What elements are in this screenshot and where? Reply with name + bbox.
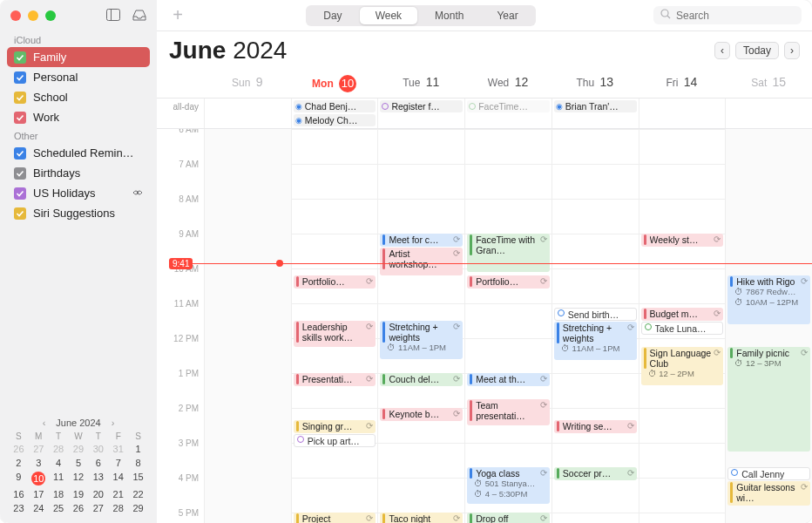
week-grid[interactable]: 6 AM7 AM8 AM9 AM10 AM11 AM12 PM1 PM2 PM3… — [157, 129, 812, 523]
day-header[interactable]: Tue 11 — [377, 71, 464, 98]
calendar-checkbox[interactable] — [14, 112, 26, 124]
view-day[interactable]: Day — [308, 7, 357, 24]
mini-day[interactable]: 16 — [9, 488, 29, 500]
allday-cell[interactable]: FaceTime… — [464, 98, 551, 128]
sidebar-toggle-icon[interactable] — [106, 9, 120, 24]
event[interactable]: Soccer pr…⟳ — [554, 467, 637, 480]
mini-day[interactable]: 8 — [128, 457, 148, 469]
event[interactable]: Team presentati…⟳ — [467, 399, 550, 425]
mini-day[interactable]: 20 — [88, 488, 108, 500]
search-input[interactable] — [676, 10, 807, 22]
mini-day[interactable]: 24 — [29, 502, 49, 514]
event[interactable]: Stretching + weights⟳⏱ 11AM – 1PM — [380, 321, 463, 359]
day-column[interactable]: Hike with Rigo⟳⏱ 7867 Redw…⏱ 10AM – 12PM… — [725, 129, 812, 523]
mini-day[interactable]: 15 — [128, 471, 148, 486]
event[interactable]: Yoga class⟳⏱ 501 Stanya…⏱ 4 – 5:30PM — [467, 467, 550, 504]
day-column[interactable]: Portfolio…⟳Leadership skills work…⟳Prese… — [291, 129, 378, 523]
calendar-checkbox[interactable] — [14, 51, 26, 64]
allday-cell[interactable]: Register f… — [377, 98, 464, 128]
next-week-button[interactable]: › — [784, 42, 800, 59]
calendar-checkbox[interactable] — [14, 147, 26, 160]
mini-day[interactable]: 1 — [128, 443, 148, 455]
event[interactable]: Send birth… — [554, 308, 637, 321]
mini-day[interactable]: 14 — [108, 471, 128, 486]
calendar-item[interactable]: Birthdays — [7, 163, 150, 183]
view-month[interactable]: Month — [419, 7, 479, 24]
prev-week-button[interactable]: ‹ — [714, 42, 730, 59]
mini-day[interactable]: 2 — [9, 457, 29, 469]
mini-day[interactable]: 17 — [29, 488, 49, 500]
mini-day[interactable]: 13 — [88, 471, 108, 486]
mini-day[interactable]: 10 — [29, 471, 49, 486]
mini-day[interactable]: 3 — [29, 457, 49, 469]
calendar-item[interactable]: Family — [7, 47, 150, 67]
event[interactable]: Taco night⟳ — [380, 513, 463, 523]
event[interactable]: Keynote b…⟳ — [380, 408, 463, 421]
event[interactable]: Singing gr…⟳ — [294, 420, 376, 433]
event[interactable]: Family picnic⟳⏱ 12 – 3PM — [727, 347, 810, 452]
day-header[interactable]: Thu 13 — [551, 71, 639, 98]
calendar-item[interactable]: Personal — [7, 67, 150, 87]
day-header[interactable]: Wed 12 — [464, 71, 551, 98]
mini-day[interactable]: 31 — [108, 443, 128, 455]
mini-day[interactable]: 11 — [49, 471, 69, 486]
event[interactable]: Take Luna… — [641, 322, 724, 335]
calendar-item[interactable]: School — [7, 87, 150, 107]
allday-cell[interactable] — [725, 98, 812, 128]
mini-day[interactable]: 4 — [49, 457, 69, 469]
allday-cell[interactable] — [639, 98, 726, 128]
calendar-checkbox[interactable] — [14, 207, 26, 220]
mini-day[interactable]: 21 — [108, 488, 128, 500]
allday-event[interactable]: ◉Brian Tran'… — [554, 100, 637, 112]
traffic-dot[interactable] — [28, 10, 38, 21]
view-week[interactable]: Week — [360, 7, 417, 24]
calendar-item[interactable]: Scheduled Remin… — [7, 143, 150, 163]
mini-day[interactable]: 29 — [128, 502, 148, 514]
mini-day[interactable]: 6 — [88, 457, 108, 469]
mini-day[interactable]: 28 — [49, 443, 69, 455]
event[interactable]: Stretching + weights⟳⏱ 11AM – 1PM — [554, 322, 637, 360]
allday-cell[interactable] — [204, 98, 291, 128]
today-button[interactable]: Today — [735, 42, 779, 59]
allday-event[interactable]: Register f… — [380, 100, 463, 112]
day-header[interactable]: Fri 14 — [639, 71, 726, 98]
mini-day[interactable]: 18 — [49, 488, 69, 500]
mini-day[interactable]: 7 — [108, 457, 128, 469]
traffic-dot[interactable] — [10, 10, 21, 21]
mini-day[interactable]: 5 — [69, 457, 89, 469]
mini-day[interactable]: 19 — [69, 488, 89, 500]
mini-day[interactable]: 28 — [108, 502, 128, 514]
event[interactable]: Budget m…⟳ — [641, 308, 724, 321]
event[interactable]: Writing se…⟳ — [554, 420, 637, 433]
event[interactable]: Drop off⟳ — [467, 513, 550, 523]
mini-day[interactable]: 23 — [9, 502, 29, 514]
allday-cell[interactable]: ◉Chad Benj…◉Melody Ch… — [291, 98, 378, 128]
calendar-item[interactable]: Work — [7, 107, 150, 127]
event[interactable]: Project presents⟳ — [294, 513, 376, 523]
mini-day[interactable]: 12 — [69, 471, 89, 486]
event[interactable]: Hike with Rigo⟳⏱ 7867 Redw…⏱ 10AM – 12PM — [727, 275, 810, 324]
mini-prev[interactable]: ‹ — [37, 418, 51, 428]
event[interactable]: Leadership skills work…⟳ — [294, 321, 376, 347]
day-header[interactable]: Sun 9 — [204, 71, 291, 98]
event[interactable]: Presentati…⟳ — [294, 373, 376, 386]
calendar-checkbox[interactable] — [14, 187, 26, 200]
mini-next[interactable]: › — [106, 418, 120, 428]
mini-day[interactable]: 25 — [49, 502, 69, 514]
day-column[interactable]: FaceTime with Gran…⟳Portfolio…⟳Meet at t… — [464, 129, 551, 523]
allday-event[interactable]: ◉Chad Benj… — [294, 100, 376, 112]
traffic-dot[interactable] — [45, 10, 56, 21]
mini-day[interactable]: 26 — [9, 443, 29, 455]
search-field[interactable] — [653, 6, 802, 24]
mini-day[interactable]: 27 — [88, 502, 108, 514]
day-column[interactable]: Meet for c…⟳Artist workshop…⟳Stretching … — [377, 129, 464, 523]
day-header[interactable]: Sat 15 — [725, 71, 812, 98]
day-column[interactable]: Send birth…Stretching + weights⟳⏱ 11AM –… — [551, 129, 639, 523]
event[interactable]: Call Jenny — [727, 467, 810, 480]
mini-day[interactable]: 9 — [9, 471, 29, 486]
mini-calendar[interactable]: ‹ June 2024 › SMTWTFS2627282930311234567… — [0, 411, 157, 523]
calendar-item[interactable]: US Holidays — [7, 183, 150, 203]
traffic-lights[interactable] — [10, 10, 56, 21]
allday-event[interactable]: ◉Melody Ch… — [294, 114, 376, 126]
event[interactable]: Weekly st…⟳ — [641, 234, 724, 247]
